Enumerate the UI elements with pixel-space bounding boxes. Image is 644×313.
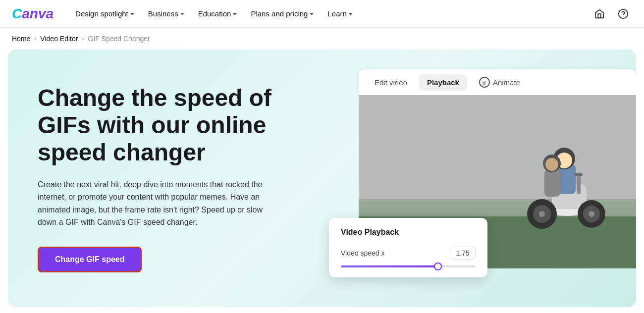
animate-icon: ◎ — [479, 77, 490, 88]
nav-links: Design spotlight Business Education Plan… — [69, 5, 590, 22]
svg-point-9 — [589, 211, 594, 217]
slider-fill — [341, 265, 438, 267]
breadcrumb-video-editor[interactable]: Video Editor — [40, 35, 78, 43]
tab-playback-label: Playback — [427, 78, 459, 87]
nav-icons — [590, 5, 632, 23]
nav-item-business[interactable]: Business — [142, 5, 190, 22]
svg-rect-13 — [577, 174, 581, 194]
svg-rect-15 — [544, 169, 560, 197]
chevron-down-icon — [349, 13, 353, 15]
scooter-illustration — [478, 120, 616, 239]
nav-item-design-spotlight[interactable]: Design spotlight — [69, 5, 140, 22]
change-gif-speed-button[interactable]: Change GIF speed — [38, 247, 142, 272]
tab-playback[interactable]: Playback — [419, 74, 467, 91]
breadcrumb-home[interactable]: Home — [12, 35, 30, 43]
chevron-down-icon — [310, 13, 314, 15]
hero-title: Change the speed of GIFs with our online… — [38, 84, 315, 166]
logo-c: C — [12, 6, 22, 21]
playback-card: Video Playback Video speed x 1.75 — [329, 218, 487, 277]
help-button[interactable] — [614, 5, 632, 23]
nav-link-label: Business — [148, 9, 178, 18]
hero-content-left: Change the speed of GIFs with our online… — [38, 84, 315, 272]
hero-description: Create the next viral hit, deep dive int… — [38, 178, 275, 229]
breadcrumb-sep-2: › — [82, 35, 84, 42]
nav-item-education[interactable]: Education — [192, 5, 243, 22]
tab-animate[interactable]: ◎ Animate — [471, 73, 528, 92]
tab-edit-video[interactable]: Edit video — [367, 74, 415, 91]
speed-slider[interactable] — [341, 265, 476, 267]
chevron-down-icon — [180, 13, 184, 15]
slider-thumb[interactable] — [434, 262, 442, 270]
playback-card-title: Video Playback — [341, 228, 476, 237]
navbar: Canva Design spotlight Business Educatio… — [0, 0, 644, 28]
speed-label: Video speed x — [341, 249, 384, 257]
nav-item-learn[interactable]: Learn — [322, 5, 358, 22]
editor-ui-mockup: Edit video Playback ◎ Animate — [329, 59, 636, 307]
home-button[interactable] — [590, 5, 608, 23]
svg-rect-14 — [575, 173, 583, 176]
breadcrumb-current: GIF Speed Changer — [88, 35, 150, 43]
breadcrumb: Home › Video Editor › GIF Speed Changer — [0, 28, 644, 50]
canva-logo[interactable]: Canva — [12, 6, 54, 22]
nav-link-label: Learn — [327, 9, 346, 18]
nav-item-plans-pricing[interactable]: Plans and pricing — [245, 5, 320, 22]
nav-link-label: Design spotlight — [75, 9, 128, 18]
logo-anva: anva — [22, 6, 54, 21]
breadcrumb-sep-1: › — [34, 35, 36, 42]
editor-tab-panel: Edit video Playback ◎ Animate — [359, 69, 636, 95]
nav-link-label: Plans and pricing — [251, 9, 308, 18]
chevron-down-icon — [233, 13, 237, 15]
hero-section: Change the speed of GIFs with our online… — [8, 50, 636, 307]
home-icon — [594, 8, 605, 19]
speed-value: 1.75 — [450, 247, 476, 260]
tab-edit-video-label: Edit video — [375, 78, 407, 87]
svg-point-17 — [545, 158, 558, 171]
nav-link-label: Education — [198, 9, 231, 18]
svg-point-6 — [539, 211, 545, 217]
tab-animate-label: Animate — [493, 78, 520, 87]
speed-row: Video speed x 1.75 — [341, 247, 476, 260]
help-icon — [618, 8, 629, 19]
chevron-down-icon — [130, 13, 134, 15]
